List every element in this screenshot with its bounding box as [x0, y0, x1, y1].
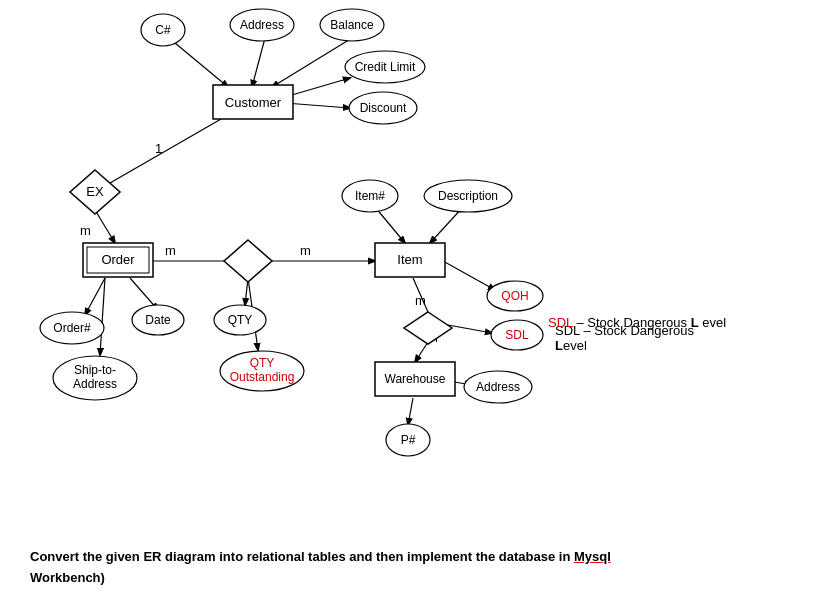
svg-text:C#: C# — [155, 23, 171, 37]
svg-line-13 — [85, 278, 105, 315]
svg-line-27 — [408, 398, 413, 425]
bottom-line1: Convert the given ER diagram into relati… — [30, 549, 611, 564]
svg-text:m: m — [300, 243, 311, 258]
svg-text:P#: P# — [401, 433, 416, 447]
svg-text:Item#: Item# — [355, 189, 385, 203]
svg-text:Warehouse: Warehouse — [385, 372, 446, 386]
svg-text:Address: Address — [73, 377, 117, 391]
svg-line-1 — [252, 38, 265, 87]
svg-line-3 — [285, 78, 350, 97]
svg-text:SDL: SDL — [505, 328, 529, 342]
svg-marker-51 — [224, 240, 272, 282]
svg-text:QTY: QTY — [228, 313, 253, 327]
svg-line-7 — [95, 210, 115, 243]
svg-text:Item: Item — [397, 252, 422, 267]
svg-line-19 — [430, 207, 463, 243]
svg-line-4 — [285, 103, 350, 108]
svg-text:m: m — [415, 293, 426, 308]
svg-text:Order: Order — [101, 252, 135, 267]
svg-line-2 — [272, 38, 352, 87]
svg-text:QOH: QOH — [501, 289, 528, 303]
svg-text:Order#: Order# — [53, 321, 91, 335]
svg-line-25 — [415, 342, 428, 362]
bottom-text: Convert the given ER diagram into relati… — [30, 547, 611, 589]
svg-text:evel: evel — [563, 338, 587, 353]
svg-text:m: m — [80, 223, 91, 238]
svg-line-18 — [375, 207, 405, 243]
svg-text:Balance: Balance — [330, 18, 374, 32]
bottom-line2: Workbench) — [30, 570, 105, 585]
svg-line-23 — [448, 325, 492, 333]
svg-text:Discount: Discount — [360, 101, 407, 115]
svg-text:Date: Date — [145, 313, 171, 327]
svg-text:L: L — [555, 338, 563, 353]
svg-text:Outstanding: Outstanding — [230, 370, 295, 384]
svg-text:m: m — [165, 243, 176, 258]
svg-line-0 — [175, 43, 228, 87]
svg-text:Address: Address — [240, 18, 284, 32]
svg-text:Description: Description — [438, 189, 498, 203]
svg-line-22 — [443, 261, 495, 290]
svg-text:1: 1 — [155, 141, 162, 156]
svg-line-15 — [100, 278, 105, 355]
svg-text:Address: Address — [476, 380, 520, 394]
svg-text:QTY: QTY — [250, 356, 275, 370]
svg-marker-63 — [404, 312, 452, 344]
svg-text:Credit Limit: Credit Limit — [355, 60, 416, 74]
mysql-word: Mysql — [574, 549, 611, 564]
svg-text:Ship-to-: Ship-to- — [74, 363, 116, 377]
svg-line-5 — [110, 115, 228, 183]
svg-text:EX: EX — [86, 184, 104, 199]
er-diagram: 1 m m m m m — [0, 0, 828, 510]
customer-label: Customer — [225, 95, 282, 110]
svg-text:SDL
       – Stock Dangerous 
: SDL – Stock Dangerous L evel — [548, 315, 726, 330]
